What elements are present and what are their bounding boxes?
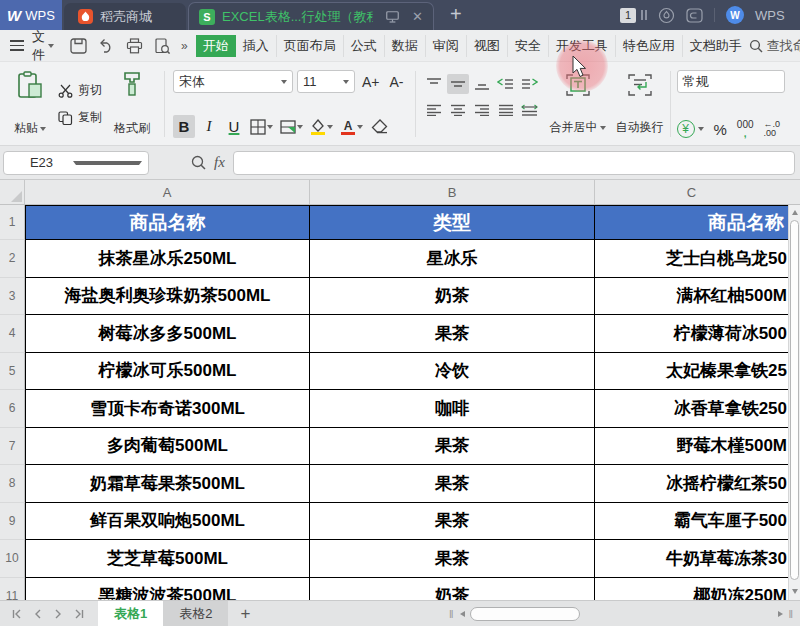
tab-list-icon[interactable] — [641, 10, 647, 20]
print-preview-icon[interactable] — [154, 38, 171, 54]
scrollbar-grip[interactable]: ‖ — [449, 608, 455, 620]
scroll-right-icon[interactable] — [778, 611, 783, 617]
menu-tab-2[interactable]: 插入 — [236, 35, 277, 57]
sheet-tab-1[interactable]: 表格1 — [98, 601, 163, 626]
avatar[interactable]: W — [726, 6, 744, 24]
hamburger-icon[interactable] — [10, 40, 24, 51]
menu-tab-10[interactable]: 特色应用 — [616, 35, 683, 57]
print-icon[interactable] — [126, 38, 143, 54]
row-header[interactable]: 1 — [0, 205, 25, 240]
last-sheet-icon[interactable] — [74, 609, 84, 619]
account-name[interactable]: WPS — [755, 8, 785, 23]
borders-button[interactable] — [248, 115, 275, 138]
document-tab[interactable]: S EXCEL表格...行处理（教程） ✕ — [188, 2, 434, 30]
cell-shading-button[interactable] — [278, 115, 305, 138]
cell-product-name-2[interactable]: 椰奶冻250M — [595, 578, 788, 601]
wrap-text-button[interactable]: 自动换行 — [616, 69, 664, 139]
scrollbar-grip[interactable]: ‖ — [788, 608, 794, 620]
menu-tab-4[interactable]: 公式 — [344, 35, 385, 57]
save-icon[interactable] — [70, 38, 87, 54]
merge-center-button[interactable]: 合并居中 — [550, 69, 606, 139]
cell-type[interactable]: 咖啡 — [310, 390, 595, 428]
cut-button[interactable]: 剪切 — [58, 82, 102, 99]
formula-input[interactable] — [233, 151, 795, 175]
menu-tab-6[interactable]: 审阅 — [426, 35, 467, 57]
copy-button[interactable]: 复制 — [58, 109, 102, 126]
justify-icon[interactable] — [495, 100, 517, 120]
cell-product-name[interactable]: 抹茶星冰乐250ML — [25, 240, 310, 278]
increase-font-button[interactable]: A+ — [359, 74, 383, 90]
menu-tab-8[interactable]: 安全 — [508, 35, 549, 57]
caret-down-icon[interactable] — [73, 161, 142, 165]
cell-product-name[interactable]: 雪顶卡布奇诺300ML — [25, 390, 310, 428]
stability-icon[interactable] — [658, 7, 675, 24]
align-middle-icon[interactable] — [447, 74, 469, 94]
scroll-left-icon[interactable] — [460, 611, 465, 617]
italic-button[interactable]: I — [198, 115, 220, 138]
row-header[interactable]: 9 — [0, 503, 25, 541]
format-painter-button[interactable]: 格式刷 — [106, 69, 158, 139]
select-all-corner[interactable] — [0, 180, 25, 204]
cell-product-name-2[interactable]: 太妃榛果拿铁25 — [595, 353, 788, 391]
cell-product-name-2[interactable]: 霸气车厘子500 — [595, 503, 788, 541]
decrease-font-button[interactable]: A- — [387, 74, 407, 90]
column-header-a[interactable]: A — [25, 180, 310, 204]
row-header[interactable]: 5 — [0, 353, 25, 391]
more-commands-icon[interactable]: » — [181, 39, 188, 53]
header-cell-product-name[interactable]: 商品名称 — [25, 205, 310, 240]
scroll-down-icon[interactable] — [792, 589, 798, 594]
eraser-button[interactable] — [368, 115, 390, 138]
row-header[interactable]: 7 — [0, 428, 25, 466]
menu-tab-9[interactable]: 开发工具 — [549, 35, 616, 57]
menu-tab-11[interactable]: 文档助手 — [683, 35, 749, 57]
percent-format-button[interactable]: % — [714, 121, 727, 138]
cell-product-name[interactable]: 多肉葡萄500ML — [25, 428, 310, 466]
mini-window-icon[interactable] — [686, 8, 703, 23]
cell-product-name[interactable]: 柠檬冰可乐500ML — [25, 353, 310, 391]
menu-tab-7[interactable]: 视图 — [467, 35, 508, 57]
cell-product-name[interactable]: 芝芝草莓500ML — [25, 540, 310, 578]
menu-tab-1[interactable]: 开始 — [196, 35, 236, 57]
prev-sheet-icon[interactable] — [34, 609, 42, 619]
column-header-b[interactable]: B — [310, 180, 595, 204]
sheet-tab-2[interactable]: 表格2 — [163, 601, 228, 626]
cell-product-name[interactable]: 海盐奥利奥珍珠奶茶500ML — [25, 278, 310, 316]
cell-type[interactable]: 冷饮 — [310, 353, 595, 391]
undo-icon[interactable] — [98, 38, 115, 54]
cell-product-name[interactable]: 鲜百果双响炮500ML — [25, 503, 310, 541]
close-tab-icon[interactable]: ✕ — [412, 9, 423, 24]
align-top-icon[interactable] — [423, 74, 445, 94]
cell-product-name-2[interactable]: 满杯红柚500M — [595, 278, 788, 316]
header-cell-type[interactable]: 类型 — [310, 205, 595, 240]
cell-product-name-2[interactable]: 冰摇柠檬红茶50 — [595, 465, 788, 503]
find-command[interactable]: 查找命令... — [749, 37, 800, 55]
font-color-button[interactable]: A — [338, 115, 365, 138]
zoom-formula-icon[interactable] — [191, 155, 206, 170]
align-center-icon[interactable] — [447, 100, 469, 120]
number-format-select[interactable]: 常规 — [677, 70, 785, 93]
increase-indent-icon[interactable] — [519, 74, 541, 94]
currency-format-button[interactable]: ¥ — [677, 120, 704, 138]
paste-button[interactable]: 粘贴 — [6, 69, 54, 139]
tab-count-badge[interactable]: 1 — [620, 8, 636, 23]
add-sheet-button[interactable]: + — [228, 601, 262, 626]
scroll-up-icon[interactable] — [792, 210, 798, 215]
cell-type[interactable]: 果茶 — [310, 503, 595, 541]
comma-format-button[interactable]: 000, — [737, 120, 754, 138]
horizontal-scrollbar-thumb[interactable] — [470, 607, 580, 621]
column-header-c[interactable]: C — [595, 180, 788, 204]
distribute-icon[interactable] — [519, 100, 541, 120]
cell-product-name[interactable]: 黑糖波波茶500ML — [25, 578, 310, 601]
chevron-down-icon[interactable] — [48, 44, 54, 48]
decrease-indent-icon[interactable] — [495, 74, 517, 94]
row-header[interactable]: 11 — [0, 578, 25, 601]
font-name-select[interactable]: 宋体 — [173, 70, 293, 93]
cell-product-name-2[interactable]: 柠檬薄荷冰500 — [595, 315, 788, 353]
next-sheet-icon[interactable] — [54, 609, 62, 619]
align-right-icon[interactable] — [471, 100, 493, 120]
cell-product-name-2[interactable]: 芝士白桃乌龙50 — [595, 240, 788, 278]
cell-product-name[interactable]: 奶霜草莓果茶500ML — [25, 465, 310, 503]
cell-product-name[interactable]: 树莓冰多多500ML — [25, 315, 310, 353]
cell-type[interactable]: 果茶 — [310, 540, 595, 578]
menu-tab-3[interactable]: 页面布局 — [277, 35, 344, 57]
